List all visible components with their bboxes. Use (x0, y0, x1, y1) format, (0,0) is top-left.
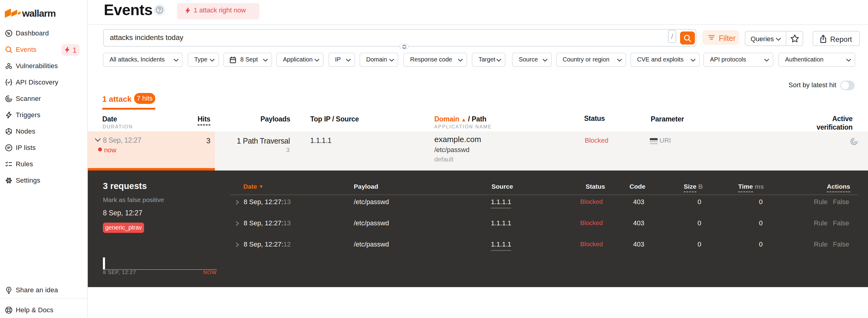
svg-text:IP: IP (7, 146, 10, 150)
